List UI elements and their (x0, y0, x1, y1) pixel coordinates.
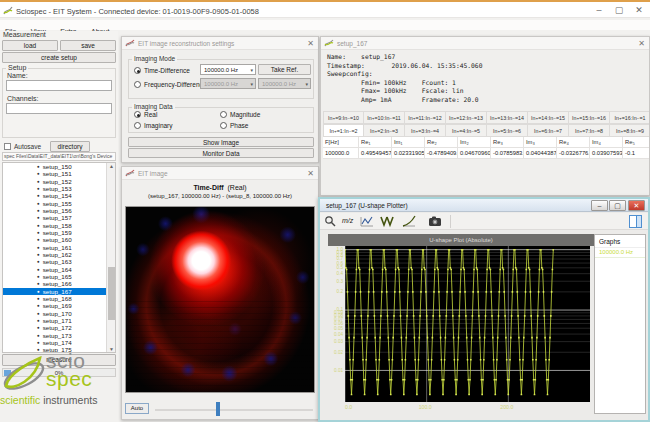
setup-list-item[interactable]: ●setup_154 (3, 192, 108, 199)
eit-image-titlebar[interactable]: EIT image ✕ (122, 167, 318, 180)
setup-list-item[interactable]: ●setup_156 (3, 207, 108, 214)
setup-list-item[interactable]: ●setup_163 (3, 258, 108, 265)
recon-titlebar[interactable]: EIT image reconstruction settings ✕ (122, 37, 318, 50)
table-cell[interactable]: Re₁ (359, 137, 392, 148)
close-button[interactable]: ✕ (632, 5, 646, 15)
setup-list-item[interactable]: ●setup_150 (3, 163, 108, 170)
table-cell[interactable]: Re₅ (623, 137, 649, 148)
recon-close-icon[interactable]: ✕ (307, 39, 314, 48)
table-cell[interactable]: Re₂ (425, 137, 458, 148)
plotter-close-button[interactable]: ✕ (628, 200, 645, 211)
setup-list-scrollbar[interactable]: ▲ ▼ (106, 163, 115, 352)
peaks-tool-icon[interactable] (380, 215, 394, 228)
eit-image-close-icon[interactable]: ✕ (307, 169, 314, 178)
table-cell[interactable]: In₊=7:In₋=8 (569, 124, 610, 137)
take-ref-button[interactable]: Take Ref. (258, 64, 311, 75)
table-cell[interactable]: -0.0326776.. (557, 148, 590, 159)
phase-radio[interactable] (220, 122, 227, 129)
table-cell[interactable]: -0.0785983.. (491, 148, 524, 159)
camera-snapshot-icon[interactable] (428, 215, 442, 228)
table-cell[interactable]: 0.49549457.. (359, 148, 392, 159)
setup-list-item[interactable]: ●setup_164 (3, 266, 108, 273)
table-cell[interactable]: In₊=8:In₋=9 (610, 124, 649, 137)
name-input[interactable] (6, 80, 112, 91)
table-cell[interactable]: Im₃ (524, 137, 557, 148)
table-cell[interactable]: 100000.0 (323, 148, 359, 159)
setup-list-item[interactable]: ●setup_173 (3, 332, 108, 339)
table-cell[interactable]: In₊=9:In₋=10 (323, 111, 364, 124)
real-radio[interactable] (134, 111, 141, 118)
show-image-button[interactable]: Show Image (128, 137, 314, 147)
autosave-checkbox[interactable] (4, 143, 11, 150)
magnitude-radio[interactable] (220, 111, 227, 118)
table-cell[interactable]: In₊=12:In₋=13 (446, 111, 487, 124)
channels-input[interactable] (6, 103, 112, 114)
table-cell[interactable]: Re₃ (491, 137, 524, 148)
imaginary-radio[interactable] (134, 122, 141, 129)
setup-info-close-icon[interactable]: ✕ (638, 39, 645, 48)
plotter-maximize-button[interactable]: ▢ (609, 200, 626, 211)
table-cell[interactable]: -0.4789409.. (425, 148, 458, 159)
setup-list-item[interactable]: ●setup_162 (3, 251, 108, 258)
plotter-minimize-button[interactable]: – (591, 200, 608, 211)
time-diff-freq-select[interactable]: 100000.0 Hz ▾ (200, 64, 256, 75)
setup-list-item[interactable]: ●setup_165 (3, 273, 108, 280)
maximize-button[interactable]: ▢ (612, 5, 626, 15)
setup-list-item[interactable]: ●setup_160 (3, 236, 108, 243)
setup-list-item[interactable]: ●setup_167 (3, 288, 108, 295)
setup-list-item[interactable]: ●setup_157 (3, 214, 108, 221)
scrollbar-thumb[interactable] (108, 267, 115, 320)
table-cell[interactable]: In₊=1:In₋=2 (323, 124, 364, 137)
setup-list-item[interactable]: ●setup_170 (3, 310, 108, 317)
scale-slider-handle[interactable] (216, 402, 220, 416)
save-button[interactable]: save (60, 40, 116, 51)
table-cell[interactable]: In₊=15:In₋=16 (569, 111, 610, 124)
table-cell[interactable]: Im₁ (392, 137, 425, 148)
zoom-tool-icon[interactable] (324, 215, 338, 228)
table-cell[interactable]: In₊=5:In₋=6 (487, 124, 528, 137)
table-cell[interactable]: 0.04044387.. (524, 148, 557, 159)
mz-tool-button[interactable]: m/z (342, 217, 353, 224)
setup-list-item[interactable]: ●setup_158 (3, 222, 108, 229)
setup-list-item[interactable]: ●setup_155 (3, 200, 108, 207)
monitor-data-button[interactable]: Monitor Data (128, 148, 314, 158)
create-setup-button[interactable]: create setup (2, 52, 116, 63)
table-cell[interactable]: -0.1 (623, 148, 649, 159)
setup-list-item[interactable]: ●setup_174 (3, 339, 108, 346)
table-cell[interactable]: 0.03907593.. (590, 148, 623, 159)
line-plot-tool-icon[interactable] (360, 215, 374, 228)
auto-scale-button[interactable]: Auto (125, 403, 149, 414)
table-cell[interactable]: Im₂ (458, 137, 491, 148)
ushape-plot-canvas[interactable] (345, 246, 590, 402)
setup-list-item[interactable]: ●setup_168 (3, 295, 108, 302)
minimize-button[interactable]: – (592, 5, 606, 15)
directory-button[interactable]: directory (50, 141, 90, 152)
table-cell[interactable]: In₊=14:In₋=15 (528, 111, 569, 124)
setup-info-titlebar[interactable]: setup_167 ✕ (321, 37, 649, 50)
table-cell[interactable]: In₊=2:In₋=3 (364, 124, 405, 137)
scroll-up-icon[interactable]: ▲ (107, 163, 116, 169)
legend-panel-toggle-icon[interactable] (629, 215, 642, 228)
slope-tool-icon[interactable] (402, 215, 416, 228)
setup-list-item[interactable]: ●setup_171 (3, 317, 108, 324)
table-cell[interactable]: In₊=3:In₋=4 (405, 124, 446, 137)
frequency-difference-radio[interactable] (134, 81, 141, 88)
plotter-titlebar[interactable]: setup_167 (U-shape Plotter) – ▢ ✕ (320, 199, 648, 212)
table-cell[interactable]: Re₄ (557, 137, 590, 148)
setup-list-item[interactable]: ●setup_172 (3, 324, 108, 331)
table-cell[interactable]: F[Hz] (323, 137, 359, 148)
table-cell[interactable]: 0.02331905.. (392, 148, 425, 159)
load-button[interactable]: load (2, 40, 58, 51)
legend-entry-frequency[interactable]: 100000.0 Hz (595, 247, 645, 258)
setup-list-item[interactable]: ●setup_153 (3, 185, 108, 192)
setup-list[interactable]: ●setup_150●setup_151●setup_152●setup_153… (2, 162, 116, 353)
table-cell[interactable]: In₊=11:In₋=12 (405, 111, 446, 124)
table-cell[interactable]: In₊=16:In₋=1 (610, 111, 649, 124)
setup-list-item[interactable]: ●setup_151 (3, 170, 108, 177)
setup-list-item[interactable]: ●setup_159 (3, 229, 108, 236)
table-cell[interactable]: In₊=6:In₋=7 (528, 124, 569, 137)
setup-list-item[interactable]: ●setup_166 (3, 280, 108, 287)
scale-slider-track[interactable] (155, 409, 313, 411)
setup-list-item[interactable]: ●setup_169 (3, 302, 108, 309)
table-cell[interactable]: In₊=13:In₋=14 (487, 111, 528, 124)
